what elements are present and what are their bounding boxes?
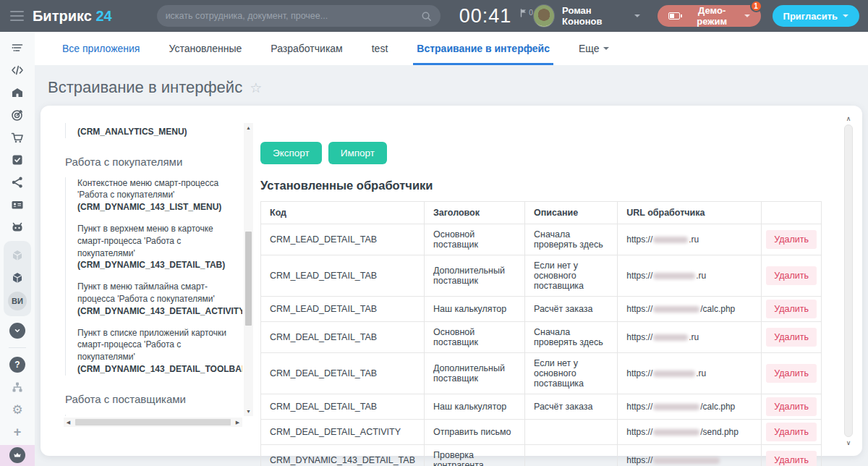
settings-gear-icon[interactable]: ⚙ [4,399,31,421]
user-menu[interactable]: Роман Кононов [533,4,640,27]
crown-icon [9,447,25,463]
table-row: CRM_DEAL_DETAIL_TAB Основной поставщик С… [261,322,822,353]
shop-cart-icon[interactable] [4,126,31,148]
code-developer-icon[interactable] [4,59,31,81]
placement-item[interactable]: Пункт в списке приложений карточки смарт… [77,327,239,376]
scrollbar-thumb[interactable] [844,124,853,437]
placement-item[interactable]: Пункт в меню таймлайна смарт-процесса 'Р… [77,281,239,317]
favorite-star-icon[interactable]: ☆ [250,80,262,96]
sidebar-divider [9,347,26,348]
hamburger-menu-icon[interactable] [10,11,24,21]
delete-button[interactable]: Удалить [766,300,817,318]
top-bar: Битрикс 24 00:41 0 Роман Кононов Демо-ре… [0,0,868,32]
employees-idcard-icon[interactable] [4,193,31,216]
app-content-card: меню CRM-аналитики (CRM_ANALYTICS_MENU) … [41,106,862,456]
masked-url-segment [653,457,720,464]
work-timer[interactable]: 00:41 [459,5,512,27]
marketplace-share-icon[interactable] [4,171,31,193]
tab-all-apps[interactable]: Все приложения [61,32,140,65]
scroll-left-arrow[interactable]: ◀ [64,418,73,427]
scrollbar-thumb[interactable] [75,419,231,425]
search-icon [421,11,432,22]
delete-button[interactable]: Удалить [766,266,817,285]
crm-target-icon[interactable] [4,103,31,126]
delete-button[interactable]: Удалить [766,230,817,249]
masked-url-segment [653,429,699,436]
col-header-url: URL обработчика [618,202,762,224]
masked-url-segment [653,237,688,243]
help-icon[interactable]: ? [4,354,31,376]
chevron-down-icon [744,14,750,17]
placement-item[interactable]: Пункт в верхнем меню в карточке смарт-пр… [77,223,239,271]
app-cube-icon-light[interactable] [4,244,31,266]
table-row: CRM_DEAL_DETAIL_TAB Дополнительный поста… [261,353,822,394]
user-name: Роман Кононов [562,5,630,27]
masked-url-segment [653,334,688,341]
table-row: CRM_DYNAMIC_143_DETAIL_TAB Проверка конт… [261,445,822,466]
tab-interface-embedding[interactable]: Встраивание в интерфейс [416,32,550,65]
tab-more[interactable]: Еще [578,32,610,65]
masked-url-segment [653,273,695,279]
sitemap-icon[interactable] [4,376,31,399]
export-button[interactable]: Экспорт [260,142,322,164]
invite-button[interactable]: Пригласить [773,5,859,27]
app-cube-icon-dark[interactable] [4,266,31,289]
scroll-up-arrow[interactable]: ∧ [843,114,854,123]
add-plus-icon[interactable]: + [4,421,31,444]
scroll-up-arrow[interactable]: ▲ [244,123,253,132]
handlers-table-title: Установленные обработчики [260,179,822,192]
current-app-badge[interactable]: ВИ [8,292,27,310]
delete-button[interactable]: Удалить [766,451,817,466]
chevron-down-icon [603,47,609,50]
delete-button[interactable]: Удалить [766,364,817,383]
panel-vertical-scrollbar[interactable]: ▲ ▼ [244,123,253,416]
table-header-row: Код Заголовок Описание URL обработчика [261,202,822,224]
scrollbar-thumb[interactable] [245,232,252,326]
tasks-icon[interactable] [4,148,31,171]
page-title: Встраивание в интерфейс [48,78,242,97]
panel-horizontal-scrollbar[interactable]: ◀ ▶ [64,418,242,427]
table-row: CRM_DEAL_DETAIL_ACTIVITY Отправить письм… [261,420,822,445]
table-row: CRM_LEAD_DETAIL_TAB Дополнительный поста… [261,255,822,297]
scroll-down-arrow[interactable]: ▼ [244,407,253,416]
robot-automation-icon[interactable] [4,216,31,238]
tab-developers[interactable]: Разработчикам [270,32,343,65]
delete-button[interactable]: Удалить [766,328,817,347]
scroll-right-arrow[interactable]: ▶ [233,418,242,427]
table-row: CRM_LEAD_DETAIL_TAB Наш калькулятор Расч… [261,297,822,322]
tab-installed[interactable]: Установленные [168,32,242,65]
apps-tab-bar: Все приложения Установленные Разработчик… [35,32,868,65]
col-header-code: Код [261,202,425,224]
collapse-chevron-icon[interactable] [4,319,31,342]
flag-icon [520,9,527,17]
global-search[interactable] [157,5,441,27]
live-feed-icon[interactable] [4,36,31,59]
left-sidebar: ВИ ? ⚙ + [0,32,35,466]
upgrade-crown-row[interactable] [0,445,35,466]
import-button[interactable]: Импорт [328,142,387,164]
col-header-description: Описание [524,202,617,224]
placement-item[interactable]: Контекстное меню смарт-процесса 'Работа … [77,415,239,416]
masked-url-segment [653,404,699,410]
table-row: CRM_DEAL_DETAIL_TAB Наш калькулятор Расч… [261,394,822,420]
notification-badge: 1 [750,0,762,12]
placement-item[interactable]: меню CRM-аналитики (CRM_ANALYTICS_MENU) [77,123,239,138]
delete-button[interactable]: Удалить [766,397,817,416]
handlers-table: Код Заголовок Описание URL обработчика C… [260,201,822,466]
card-vertical-scrollbar[interactable]: ∧ ∨ [843,114,854,447]
chevron-down-icon [843,14,848,17]
demo-mode-button[interactable]: Демо-режим 1 [658,5,761,27]
pinned-apps-group: ВИ [4,241,31,316]
placement-item[interactable]: Контекстное меню смарт-процесса 'Работа … [77,177,239,213]
flag-counter[interactable]: 0 [520,9,533,17]
tab-test[interactable]: test [371,32,389,65]
bitrix24-logo[interactable]: Битрикс 24 [33,8,112,25]
scroll-down-arrow[interactable]: ∨ [843,439,854,447]
page-header: Встраивание в интерфейс ☆ [48,78,262,97]
battery-icon [668,12,680,20]
chevron-down-icon [634,14,640,17]
company-building-icon[interactable] [4,81,31,103]
placement-section-title: Работа с поставщиками [65,393,239,405]
delete-button[interactable]: Удалить [766,423,817,441]
search-input[interactable] [166,11,421,21]
